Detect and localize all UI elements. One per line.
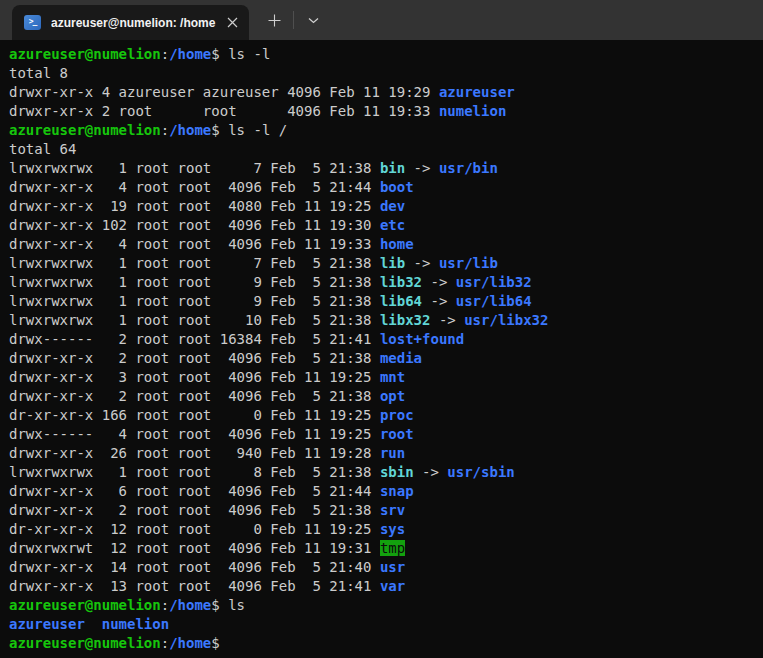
- terminal-text-segment: azureuser@numelion: [9, 46, 161, 62]
- terminal-text-segment: lrwxrwxrwx 1 root root 9 Feb 5 21:38: [9, 274, 380, 290]
- terminal-text-segment: ->: [430, 312, 464, 328]
- terminal-text-segment: /home: [169, 122, 211, 138]
- terminal-text-segment: dr-xr-xr-x 12 root root 0 Feb 11 19:25: [9, 521, 380, 537]
- terminal-line: drwxr-xr-x 6 root root 4096 Feb 5 21:44 …: [9, 482, 763, 501]
- terminal-text-segment: usr/lib: [439, 255, 498, 271]
- terminal-text-segment: azureuser@numelion: [9, 597, 161, 613]
- terminal-line: lrwxrwxrwx 1 root root 7 Feb 5 21:38 bin…: [9, 159, 763, 178]
- tab-dropdown-button[interactable]: [294, 0, 332, 40]
- terminal-line: lrwxrwxrwx 1 root root 10 Feb 5 21:38 li…: [9, 311, 763, 330]
- terminal-text-segment: usr/lib64: [456, 293, 532, 309]
- terminal-text-segment: total 64: [9, 141, 76, 157]
- plus-icon: [268, 14, 281, 27]
- terminal-text-segment: sys: [380, 521, 405, 537]
- terminal-line: drwxr-xr-x 2 root root 4096 Feb 5 21:38 …: [9, 387, 763, 406]
- terminal-line: drwxr-xr-x 2 root root 4096 Feb 11 19:33…: [9, 102, 763, 121]
- terminal-text-segment: run: [380, 445, 405, 461]
- terminal-text-segment: var: [380, 578, 405, 594]
- terminal-text-segment: $ ls: [211, 597, 245, 613]
- terminal-text-segment: drwxr-xr-x 2 root root 4096 Feb 11 19:33: [9, 103, 439, 119]
- terminal-text-segment: etc: [380, 217, 405, 233]
- terminal-line: drwxr-xr-x 26 root root 940 Feb 11 19:28…: [9, 444, 763, 463]
- terminal-line: azureuser@numelion:/home$ ls -l /: [9, 121, 763, 140]
- tab-active[interactable]: >_ azureuser@numelion: /home: [12, 5, 249, 40]
- terminal-text-segment: root: [380, 426, 414, 442]
- terminal-text-segment: drwxr-xr-x 2 root root 4096 Feb 5 21:38: [9, 350, 380, 366]
- terminal-line: dr-xr-xr-x 166 root root 0 Feb 11 19:25 …: [9, 406, 763, 425]
- terminal-text-segment: drwxr-xr-x 4 azureuser azureuser 4096 Fe…: [9, 84, 439, 100]
- terminal-line: drwxr-xr-x 102 root root 4096 Feb 11 19:…: [9, 216, 763, 235]
- terminal-text-segment: mnt: [380, 369, 405, 385]
- terminal-text-segment: numelion: [439, 103, 506, 119]
- terminal-text-segment: $ ls -l: [211, 46, 270, 62]
- terminal-text-segment: azureuser: [439, 84, 515, 100]
- terminal-text-segment: drwxr-xr-x 19 root root 4080 Feb 11 19:2…: [9, 198, 380, 214]
- terminal-line: total 64: [9, 140, 763, 159]
- terminal-text-segment: drwxr-xr-x 102 root root 4096 Feb 11 19:…: [9, 217, 380, 233]
- terminal-text-segment: ->: [422, 293, 456, 309]
- terminal-text-segment: dev: [380, 198, 405, 214]
- terminal-text-segment: opt: [380, 388, 405, 404]
- terminal-line: azureuser@numelion:/home$ ls: [9, 596, 763, 615]
- terminal-text-segment: drwxr-xr-x 4 root root 4096 Feb 5 21:44: [9, 179, 380, 195]
- new-tab-button[interactable]: [255, 0, 293, 40]
- terminal-text-segment: home: [380, 236, 414, 252]
- terminal-line: azureuser@numelion:/home$: [9, 634, 763, 653]
- terminal-line: lrwxrwxrwx 1 root root 9 Feb 5 21:38 lib…: [9, 273, 763, 292]
- terminal-text-segment: snap: [380, 483, 414, 499]
- terminal-text-segment: drwxr-xr-x 6 root root 4096 Feb 5 21:44: [9, 483, 380, 499]
- terminal-text-segment: /home: [169, 597, 211, 613]
- terminal-line: dr-xr-xr-x 12 root root 0 Feb 11 19:25 s…: [9, 520, 763, 539]
- terminal-line: drwxr-xr-x 4 root root 4096 Feb 11 19:33…: [9, 235, 763, 254]
- terminal-text-segment: numelion: [102, 616, 169, 632]
- terminal-text-segment: drwxr-xr-x 13 root root 4096 Feb 5 21:41: [9, 578, 380, 594]
- close-icon[interactable]: [221, 12, 243, 34]
- terminal-text-segment: :: [161, 122, 169, 138]
- terminal-text-segment: lrwxrwxrwx 1 root root 10 Feb 5 21:38: [9, 312, 380, 328]
- terminal-text-segment: usr: [380, 559, 405, 575]
- terminal-line: drwxr-xr-x 13 root root 4096 Feb 5 21:41…: [9, 577, 763, 596]
- terminal-text-segment: :: [161, 46, 169, 62]
- terminal-text-segment: drwxr-xr-x 2 root root 4096 Feb 5 21:38: [9, 388, 380, 404]
- tmp-highlighted-entry: tmp: [380, 540, 405, 556]
- terminal-text-segment: drwxr-xr-x 4 root root 4096 Feb 11 19:33: [9, 236, 380, 252]
- terminal-text-segment: libx32: [380, 312, 431, 328]
- terminal-text-segment: usr/bin: [439, 160, 498, 176]
- terminal-line: lrwxrwxrwx 1 root root 8 Feb 5 21:38 sbi…: [9, 463, 763, 482]
- terminal-text-segment: ->: [422, 274, 456, 290]
- tab-bar: >_ azureuser@numelion: /home: [0, 0, 763, 40]
- terminal-text-segment: lost+found: [380, 331, 464, 347]
- terminal-output[interactable]: azureuser@numelion:/home$ ls -ltotal 8dr…: [0, 40, 763, 658]
- terminal-text-segment: $: [211, 635, 219, 651]
- terminal-text-segment: sbin: [380, 464, 414, 480]
- terminal-text-segment: boot: [380, 179, 414, 195]
- terminal-text-segment: drwxrwxrwt 12 root root 4096 Feb 11 19:3…: [9, 540, 380, 556]
- terminal-text-segment: $ ls -l /: [211, 122, 287, 138]
- terminal-line: drwxr-xr-x 14 root root 4096 Feb 5 21:40…: [9, 558, 763, 577]
- terminal-text-segment: drwxr-xr-x 14 root root 4096 Feb 5 21:40: [9, 559, 380, 575]
- terminal-text-segment: /home: [169, 46, 211, 62]
- terminal-line: azureuser@numelion:/home$ ls -l: [9, 45, 763, 64]
- terminal-text-segment: ->: [414, 464, 448, 480]
- terminal-text-segment: media: [380, 350, 422, 366]
- terminal-text-segment: lrwxrwxrwx 1 root root 8 Feb 5 21:38: [9, 464, 380, 480]
- terminal-line: drwxr-xr-x 4 root root 4096 Feb 5 21:44 …: [9, 178, 763, 197]
- terminal-text-segment: drwx------ 2 root root 16384 Feb 5 21:41: [9, 331, 380, 347]
- powershell-icon: >_: [24, 15, 41, 30]
- terminal-window: >_ azureuser@numelion: /home azureuser@n…: [0, 0, 763, 658]
- terminal-text-segment: lrwxrwxrwx 1 root root 9 Feb 5 21:38: [9, 293, 380, 309]
- terminal-text-segment: /home: [169, 635, 211, 651]
- terminal-text-segment: drwxr-xr-x 2 root root 4096 Feb 5 21:38: [9, 502, 380, 518]
- terminal-text-segment: usr/lib32: [456, 274, 532, 290]
- terminal-text-segment: bin: [380, 160, 405, 176]
- terminal-text-segment: lrwxrwxrwx 1 root root 7 Feb 5 21:38: [9, 255, 380, 271]
- terminal-text-segment: azureuser@numelion: [9, 122, 161, 138]
- terminal-text-segment: lrwxrwxrwx 1 root root 7 Feb 5 21:38: [9, 160, 380, 176]
- terminal-text-segment: srv: [380, 502, 405, 518]
- terminal-text-segment: dr-xr-xr-x 166 root root 0 Feb 11 19:25: [9, 407, 380, 423]
- terminal-text-segment: ->: [405, 255, 439, 271]
- terminal-text-segment: :: [161, 635, 169, 651]
- terminal-line: drwxr-xr-x 4 azureuser azureuser 4096 Fe…: [9, 83, 763, 102]
- terminal-text-segment: azureuser@numelion: [9, 635, 161, 651]
- terminal-line: total 8: [9, 64, 763, 83]
